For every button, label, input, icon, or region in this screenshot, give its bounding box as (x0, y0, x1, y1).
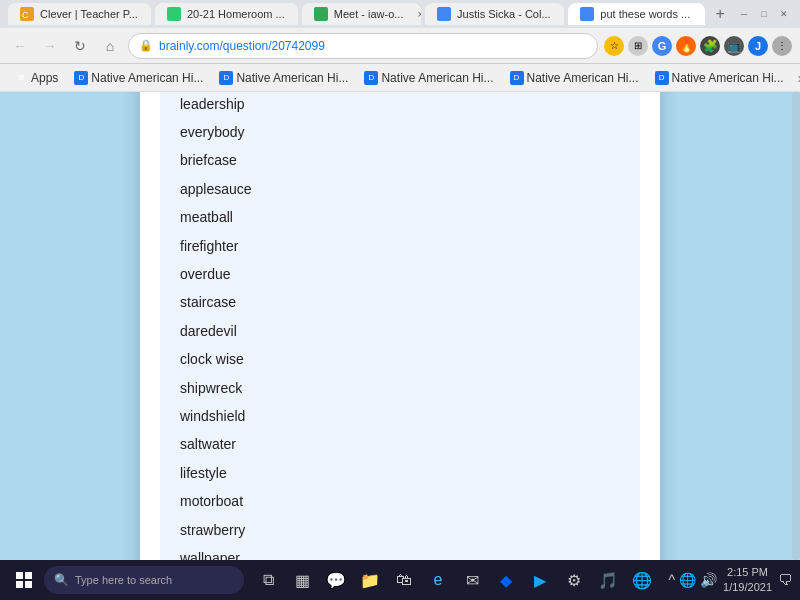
tab-label-clever: Clever | Teacher P... (40, 8, 138, 20)
close-window-button[interactable]: ✕ (776, 6, 792, 22)
reload-button[interactable]: ↻ (68, 34, 92, 58)
bookmark-label-2: Native American Hi... (236, 71, 348, 85)
minimize-button[interactable]: ─ (736, 6, 752, 22)
edge-icon[interactable]: e (422, 564, 454, 596)
task-view-icon[interactable]: ⧉ (252, 564, 284, 596)
taskbar: 🔍 Type here to search ⧉ ▦ 💬 📁 🛍 e ✉ ◆ ▶ … (0, 560, 800, 600)
clock-date: 1/19/2021 (723, 580, 772, 595)
bookmark-label-3: Native American Hi... (381, 71, 493, 85)
tab-favicon-meet (314, 7, 328, 21)
ext-star-icon[interactable]: ☆ (604, 36, 624, 56)
chat-icon[interactable]: 💬 (320, 564, 352, 596)
address-bar: ← → ↻ ⌂ 🔒 brainly.com/question/20742099 … (0, 28, 800, 64)
bookmark-favicon-5: D (655, 71, 669, 85)
search-placeholder: Type here to search (75, 574, 172, 586)
tab-favicon-clever: C (20, 7, 34, 21)
tab-favicon-justis (437, 7, 451, 21)
word-item: shipwreck (180, 374, 620, 402)
stream-icon[interactable]: ▶ (524, 564, 556, 596)
apps-label: Apps (31, 71, 58, 85)
word-item: overdue (180, 260, 620, 288)
bookmark-label-5: Native American Hi... (672, 71, 784, 85)
maximize-button[interactable]: □ (756, 6, 772, 22)
url-bar[interactable]: 🔒 brainly.com/question/20742099 (128, 33, 598, 59)
ext-puzzle-icon[interactable]: 🧩 (700, 36, 720, 56)
bookmarks-bar: ⊞ Apps D Native American Hi... D Native … (0, 64, 800, 92)
url-text: brainly.com/question/20742099 (159, 39, 587, 53)
word-item: clock wise (180, 345, 620, 373)
svg-rect-8 (25, 581, 32, 588)
mail-icon[interactable]: ✉ (456, 564, 488, 596)
clock[interactable]: 2:15 PM 1/19/2021 (723, 565, 772, 596)
bookmark-favicon-3: D (364, 71, 378, 85)
tab-close-justis[interactable]: × (561, 7, 565, 21)
ext-j-icon[interactable]: J (748, 36, 768, 56)
tab-close-homeroom[interactable]: × (295, 7, 298, 21)
word-item: windshield (180, 402, 620, 430)
volume-icon[interactable]: 🔊 (700, 572, 717, 588)
taskbar-right: ^ 🌐 🔊 2:15 PM 1/19/2021 🗨 (668, 565, 792, 596)
tab-justis[interactable]: Justis Sicka - Col... × (425, 3, 564, 25)
start-button[interactable] (8, 564, 40, 596)
tab-close-meet[interactable]: × (413, 7, 421, 21)
up-arrow-icon[interactable]: ^ (668, 572, 675, 588)
svg-text:C: C (22, 10, 29, 19)
lock-icon: 🔒 (139, 39, 153, 52)
forward-button[interactable]: → (38, 34, 62, 58)
word-item: lifestyle (180, 459, 620, 487)
page-content: windshield × skateboardleadershipeverybo… (0, 92, 800, 560)
ext-cast-icon[interactable]: 📺 (724, 36, 744, 56)
word-item: leadership (180, 92, 620, 118)
modal-overlay: × skateboardleadershipeverybodybriefcase… (0, 92, 800, 560)
ext-flame-icon[interactable]: 🔥 (676, 36, 696, 56)
bookmark-favicon-2: D (219, 71, 233, 85)
search-icon: 🔍 (54, 573, 69, 587)
dropbox-icon[interactable]: ◆ (490, 564, 522, 596)
store-icon[interactable]: 🛍 (388, 564, 420, 596)
tab-clever[interactable]: C Clever | Teacher P... × (8, 3, 151, 25)
extension-icons: ☆ ⊞ G 🔥 🧩 📺 J ⋮ (604, 36, 792, 56)
bookmark-favicon-4: D (510, 71, 524, 85)
clock-time: 2:15 PM (723, 565, 772, 580)
word-item: applesauce (180, 175, 620, 203)
bookmark-native-4[interactable]: D Native American Hi... (504, 69, 645, 87)
word-item: strawberry (180, 516, 620, 544)
ext-g-icon[interactable]: G (652, 36, 672, 56)
browser-frame: C Clever | Teacher P... × 20-21 Homeroom… (0, 0, 800, 600)
tab-close-clever[interactable]: × (148, 7, 151, 21)
tab-close-put-words[interactable]: × (700, 7, 704, 21)
back-button[interactable]: ← (8, 34, 32, 58)
ext-grid-icon[interactable]: ⊞ (628, 36, 648, 56)
app10-icon[interactable]: 🎵 (592, 564, 624, 596)
apps-bookmark[interactable]: ⊞ Apps (8, 69, 64, 87)
new-tab-button[interactable]: + (709, 3, 732, 25)
word-item: meatball (180, 203, 620, 231)
file-explorer-icon[interactable]: 📁 (354, 564, 386, 596)
tab-homeroom[interactable]: 20-21 Homeroom ... × (155, 3, 298, 25)
word-item: firefighter (180, 232, 620, 260)
modal-box: × skateboardleadershipeverybodybriefcase… (140, 92, 660, 560)
home-button[interactable]: ⌂ (98, 34, 122, 58)
ext-more-icon[interactable]: ⋮ (772, 36, 792, 56)
app11-icon[interactable]: 🌐 (626, 564, 658, 596)
word-list-container: skateboardleadershipeverybodybriefcaseap… (160, 92, 640, 560)
app9-icon[interactable]: ⚙ (558, 564, 590, 596)
bookmark-label-1: Native American Hi... (91, 71, 203, 85)
word-item: briefcase (180, 146, 620, 174)
svg-rect-5 (16, 572, 23, 579)
tab-label-put-words: put these words ... (600, 8, 690, 20)
tab-put-words[interactable]: put these words ... × (568, 3, 704, 25)
tab-meet[interactable]: Meet - iaw-o... × (302, 3, 421, 25)
title-bar: C Clever | Teacher P... × 20-21 Homeroom… (0, 0, 800, 28)
widgets-icon[interactable]: ▦ (286, 564, 318, 596)
network-icon[interactable]: 🌐 (679, 572, 696, 588)
bookmark-native-1[interactable]: D Native American Hi... (68, 69, 209, 87)
bookmark-native-2[interactable]: D Native American Hi... (213, 69, 354, 87)
taskbar-search[interactable]: 🔍 Type here to search (44, 566, 244, 594)
bookmark-native-5[interactable]: D Native American Hi... (649, 69, 790, 87)
word-item: everybody (180, 118, 620, 146)
apps-grid-icon: ⊞ (14, 71, 28, 85)
notification-icon[interactable]: 🗨 (778, 572, 792, 588)
bookmark-native-3[interactable]: D Native American Hi... (358, 69, 499, 87)
bookmark-label-4: Native American Hi... (527, 71, 639, 85)
